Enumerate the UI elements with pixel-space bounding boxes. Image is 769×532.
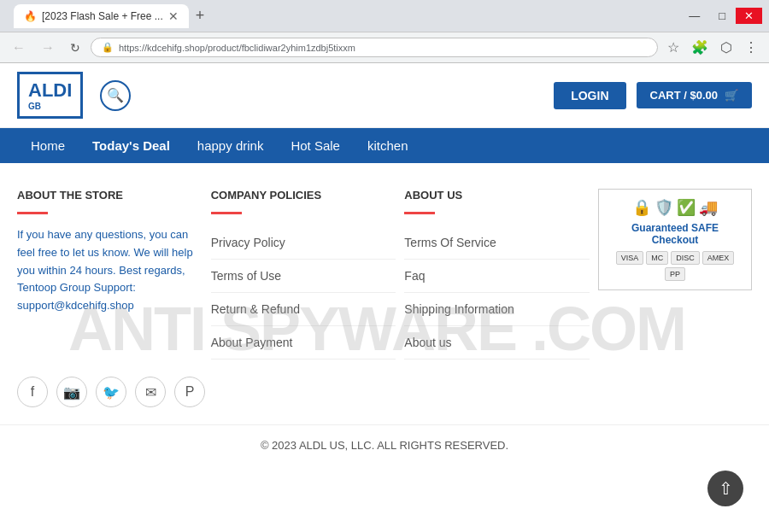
list-item: About us — [404, 326, 590, 360]
policy-return[interactable]: Return & Refund — [211, 302, 300, 316]
extensions-button[interactable]: 🧩 — [687, 38, 713, 57]
search-icon: 🔍 — [107, 87, 124, 103]
minimize-button[interactable]: — — [680, 8, 708, 24]
safe-checkout-title: Guaranteed SAFE Checkout — [608, 222, 743, 246]
logo-subtext: GB — [28, 102, 72, 111]
tab-favicon: 🔥 — [24, 10, 37, 22]
policy-terms[interactable]: Terms of Use — [211, 269, 281, 283]
profile-button[interactable]: ⬡ — [716, 38, 737, 57]
reload-button[interactable]: ↻ — [65, 39, 85, 56]
header-right: LOGIN CART / $0.00 🛒 — [554, 82, 752, 109]
site-header: ALDI GB 🔍 LOGIN CART / $0.00 🛒 — [0, 63, 769, 128]
site-copyright: © 2023 ALDL US, LLC. ALL RIGHTS RESERVED… — [0, 424, 769, 465]
about-us-divider — [404, 212, 435, 214]
footer-safe-checkout: 🔒 🛡️ ✅ 🚚 Guaranteed SAFE Checkout VISA M… — [598, 189, 752, 360]
cart-icon: 🛒 — [725, 89, 738, 102]
policy-payment[interactable]: About Payment — [211, 336, 293, 349]
check-icon: ✅ — [677, 198, 696, 217]
back-button[interactable]: ← — [7, 38, 31, 57]
copyright-text: © 2023 ALDL US, LLC. ALL RIGHTS RESERVED… — [261, 439, 508, 452]
url-text: https://kdcehifg.shop/product/fbclidiwar… — [119, 43, 647, 53]
address-bar[interactable]: 🔒 https://kdcehifg.shop/product/fbclidiw… — [91, 38, 658, 57]
truck-icon: 🚚 — [699, 198, 718, 217]
close-button[interactable]: ✕ — [736, 8, 762, 24]
pinterest-icon[interactable]: P — [174, 377, 205, 407]
nav-item-happy-drink[interactable]: happy drink — [184, 128, 278, 163]
safe-checkout-icons: 🔒 🛡️ ✅ 🚚 — [608, 198, 743, 217]
cart-label: CART / $0.00 — [650, 89, 718, 102]
footer-about-us: ABOUT US Terms Of Service Faq Shipping I… — [404, 189, 598, 360]
nav-item-home[interactable]: Home — [17, 128, 79, 163]
safe-checkout-box: 🔒 🛡️ ✅ 🚚 Guaranteed SAFE Checkout VISA M… — [598, 189, 752, 290]
payment-pp: PP — [665, 267, 685, 281]
list-item: Privacy Policy — [211, 226, 396, 260]
twitter-icon[interactable]: 🐦 — [96, 377, 126, 407]
about-shipping[interactable]: Shipping Information — [404, 302, 514, 316]
nav-item-kitchen[interactable]: kitchen — [354, 128, 422, 163]
about-terms[interactable]: Terms Of Service — [404, 236, 496, 249]
list-item: Terms Of Service — [404, 226, 590, 260]
bookmarks-button[interactable]: ☆ — [663, 38, 684, 57]
payment-icons: VISA MC DISC AMEX PP — [608, 251, 743, 281]
forward-button[interactable]: → — [36, 38, 60, 57]
facebook-icon[interactable]: f — [17, 377, 48, 407]
footer-company-policies: COMPANY POLICIES Privacy Policy Terms of… — [211, 189, 405, 360]
about-store-body: If you have any questions, you can feel … — [17, 226, 203, 315]
payment-disc: DISC — [671, 251, 700, 265]
about-us-title: ABOUT US — [404, 189, 590, 202]
logo-text: ALDI — [28, 79, 72, 102]
footer-about-store: ABOUT THE STORE If you have any question… — [17, 189, 211, 360]
payment-mc: MC — [646, 251, 668, 265]
site-footer: ABOUT THE STORE If you have any question… — [0, 163, 769, 424]
about-store-title: ABOUT THE STORE — [17, 189, 203, 202]
social-icons: f 📷 🐦 ✉ P — [17, 377, 752, 407]
maximize-button[interactable]: □ — [710, 8, 734, 24]
main-nav: Home Today's Deal happy drink Hot Sale k… — [0, 128, 769, 163]
instagram-icon[interactable]: 📷 — [56, 377, 87, 407]
tab-title: [2023 Flash Sale + Free ... — [42, 10, 163, 22]
tab-close-button[interactable]: ✕ — [168, 9, 179, 23]
about-us-list: Terms Of Service Faq Shipping Informatio… — [404, 226, 590, 360]
email-icon[interactable]: ✉ — [135, 377, 166, 407]
new-tab-button[interactable]: + — [189, 3, 212, 28]
more-button[interactable]: ⋮ — [740, 38, 762, 57]
company-policies-title: COMPANY POLICIES — [211, 189, 396, 202]
company-policies-divider — [211, 212, 242, 214]
nav-item-hot-sale[interactable]: Hot Sale — [277, 128, 354, 163]
list-item: Shipping Information — [404, 293, 590, 326]
policy-privacy[interactable]: Privacy Policy — [211, 236, 285, 249]
list-item: Faq — [404, 260, 590, 293]
list-item: About Payment — [211, 326, 396, 360]
search-button[interactable]: 🔍 — [100, 80, 131, 111]
shield-icon: 🛡️ — [655, 198, 673, 217]
login-button[interactable]: LOGIN — [554, 82, 625, 109]
lock-icon: 🔒 — [632, 198, 651, 217]
security-icon: 🔒 — [102, 42, 114, 53]
company-policies-list: Privacy Policy Terms of Use Return & Ref… — [211, 226, 396, 360]
about-us-link[interactable]: About us — [404, 336, 451, 349]
nav-item-todays-deal[interactable]: Today's Deal — [79, 128, 184, 163]
list-item: Terms of Use — [211, 260, 396, 293]
payment-amex: AMEX — [702, 251, 735, 265]
about-faq[interactable]: Faq — [404, 269, 425, 283]
site-logo[interactable]: ALDI GB — [17, 72, 83, 119]
browser-tab[interactable]: 🔥 [2023 Flash Sale + Free ... ✕ — [14, 4, 189, 28]
footer-columns: ABOUT THE STORE If you have any question… — [17, 189, 752, 360]
cart-button[interactable]: CART / $0.00 🛒 — [637, 82, 752, 108]
about-store-divider — [17, 212, 48, 214]
list-item: Return & Refund — [211, 293, 396, 326]
payment-visa: VISA — [616, 251, 644, 265]
